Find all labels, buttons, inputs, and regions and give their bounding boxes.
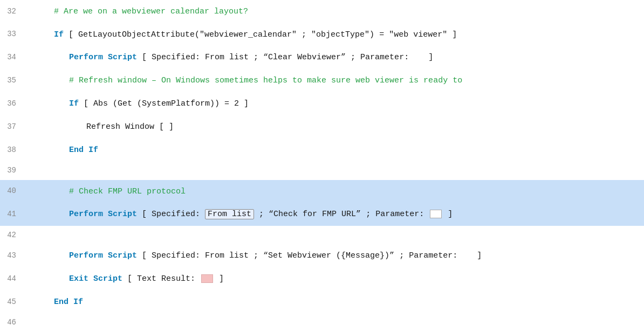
- line-number-33: 33: [0, 29, 23, 40]
- line-number-37: 37: [0, 121, 23, 133]
- line-number-44: 44: [0, 273, 23, 285]
- code-line-41: 41 Perform Script [ Specified: From list…: [0, 203, 644, 226]
- line-number-38: 38: [0, 144, 23, 156]
- keyword-exit-44: Exit Script: [69, 274, 122, 283]
- keyword-if-33: If: [54, 30, 64, 39]
- line-number-34: 34: [0, 52, 23, 64]
- comment-35: # Refresh window – On Windows sometimes …: [69, 76, 462, 85]
- keyword-perform-34: Perform Script: [69, 53, 137, 62]
- code-line-46: 46: [0, 314, 644, 332]
- parameter-box-41: [430, 210, 442, 218]
- line-number-39: 39: [0, 165, 23, 177]
- line-number-36: 36: [0, 98, 23, 110]
- refresh-window-37: Refresh Window [ ]: [86, 122, 174, 132]
- line-number-40: 40: [0, 185, 23, 197]
- keyword-end-if-38: End If: [69, 146, 98, 155]
- keyword-end-if-45: End If: [54, 298, 83, 307]
- keyword-perform-43: Perform Script: [69, 251, 137, 260]
- code-editor: 32 # Are we on a webviewer calendar layo…: [0, 0, 644, 332]
- line-number-43: 43: [0, 250, 23, 262]
- comment-32: # Are we on a webviewer calendar layout?: [54, 7, 248, 16]
- line-number-35: 35: [0, 75, 23, 87]
- line-number-46: 46: [0, 317, 23, 329]
- line-number-32: 32: [0, 6, 23, 18]
- text-result-box-44: [201, 274, 213, 283]
- line-number-41: 41: [0, 209, 23, 220]
- from-list-badge: From list: [205, 209, 254, 219]
- keyword-perform-41: Perform Script: [69, 210, 137, 219]
- code-line-45: 45 End If: [0, 290, 644, 314]
- line-number-45: 45: [0, 296, 23, 308]
- code-line-38: 38 End If: [0, 139, 644, 162]
- keyword-if-36: If: [69, 99, 79, 108]
- comment-40: # Check FMP URL protocol: [69, 187, 186, 196]
- line-number-42: 42: [0, 230, 23, 241]
